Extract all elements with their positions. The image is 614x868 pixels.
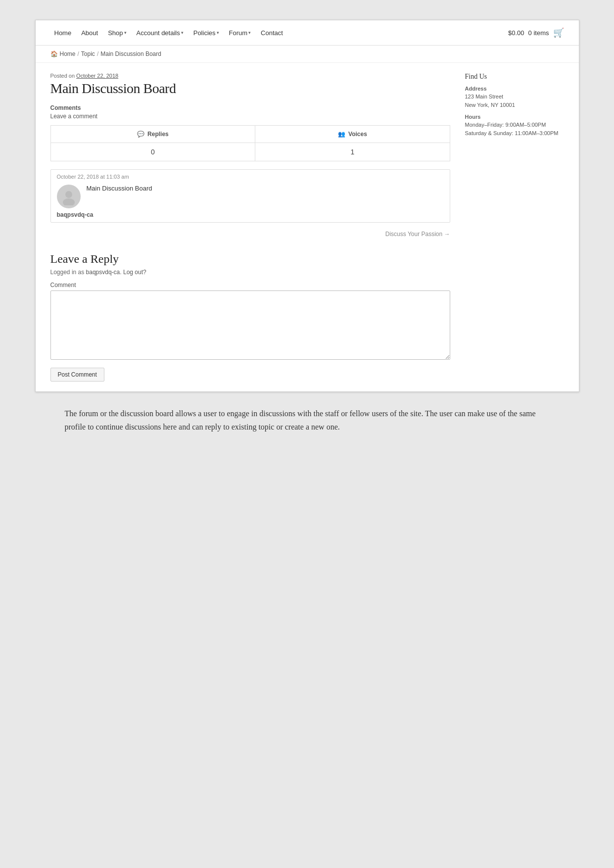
comment-field-label: Comment bbox=[50, 282, 450, 289]
cart-amount: $0.00 bbox=[508, 29, 524, 37]
cart-items-count: 0 items bbox=[528, 29, 549, 37]
post-meta: Posted on October 22, 2018 bbox=[50, 73, 450, 79]
sidebar-hours-weekday: Monday–Friday: 9:00AM–5:00PM bbox=[465, 121, 564, 129]
nav-account-dropdown[interactable]: Account details ▾ bbox=[133, 29, 188, 37]
svg-point-1 bbox=[63, 198, 75, 205]
sidebar-address: 123 Main Street New York, NY 10001 bbox=[465, 93, 564, 109]
sidebar-title: Find Us bbox=[465, 73, 564, 81]
nav-bar: Home About Shop ▾ Account details ▾ Poli… bbox=[36, 20, 579, 46]
discuss-link[interactable]: Discuss Your Passion → bbox=[50, 231, 450, 238]
nav-cart: $0.00 0 items 🛒 bbox=[508, 27, 564, 38]
sidebar-hours-label: Hours bbox=[465, 114, 564, 120]
breadcrumb-sep2: / bbox=[97, 50, 98, 57]
post-date-link[interactable]: October 22, 2018 bbox=[76, 73, 118, 79]
breadcrumb: 🏠 Home / Topic / Main Discussion Board bbox=[36, 46, 579, 63]
nav-about[interactable]: About bbox=[77, 29, 102, 37]
sidebar-address-label: Address bbox=[465, 86, 564, 92]
avatar bbox=[57, 185, 81, 208]
logout-link[interactable]: Log out? bbox=[123, 269, 146, 276]
comment-body: Main Discussion Board bbox=[57, 185, 444, 208]
breadcrumb-sep1: / bbox=[78, 50, 79, 57]
nav-shop-dropdown[interactable]: Shop ▾ bbox=[104, 29, 130, 37]
voices-label: 👥 Voices bbox=[263, 131, 441, 138]
post-meta-prefix: Posted on bbox=[50, 73, 75, 79]
nav-shop-chevron: ▾ bbox=[124, 30, 127, 35]
bottom-description: The forum or the discussion board allows… bbox=[35, 392, 579, 453]
sidebar: Find Us Address 123 Main Street New York… bbox=[465, 73, 564, 382]
nav-forum-chevron: ▾ bbox=[248, 30, 251, 35]
breadcrumb-home[interactable]: Home bbox=[60, 50, 76, 57]
commenter-name: baqpsvdq-ca bbox=[57, 211, 444, 218]
description-text: The forum or the discussion board allows… bbox=[65, 407, 550, 434]
main-layout: Posted on October 22, 2018 Main Discussi… bbox=[36, 63, 579, 391]
sidebar-address-line1: 123 Main Street bbox=[465, 93, 564, 101]
comment-text: Main Discussion Board bbox=[87, 185, 152, 192]
nav-policies-chevron: ▾ bbox=[217, 30, 219, 35]
stats-table: 💬 Replies 👥 Voices 0 1 bbox=[50, 125, 450, 161]
cart-icon[interactable]: 🛒 bbox=[553, 27, 564, 38]
nav-forum-label: Forum bbox=[229, 29, 248, 37]
comment-text-block: Main Discussion Board bbox=[87, 185, 152, 192]
main-content: Posted on October 22, 2018 Main Discussi… bbox=[50, 73, 450, 382]
replies-icon: 💬 bbox=[137, 131, 144, 138]
comment-textarea[interactable] bbox=[50, 290, 450, 360]
nav-contact[interactable]: Contact bbox=[257, 29, 287, 37]
voices-icon: 👥 bbox=[338, 131, 345, 138]
post-comment-button[interactable]: Post Comment bbox=[50, 368, 104, 382]
home-icon: 🏠 bbox=[50, 50, 58, 57]
logged-in-user-link[interactable]: baqpsvdq-ca bbox=[86, 269, 120, 276]
comment-timestamp: October 22, 2018 at 11:03 am bbox=[57, 174, 444, 180]
reply-title: Leave a Reply bbox=[50, 252, 450, 266]
breadcrumb-topic[interactable]: Topic bbox=[81, 50, 95, 57]
svg-point-0 bbox=[65, 191, 72, 198]
replies-count: 0 bbox=[50, 143, 255, 161]
leave-comment-link[interactable]: Leave a comment bbox=[50, 113, 97, 120]
comments-section: Comments Leave a comment bbox=[50, 104, 450, 120]
reply-section: Leave a Reply Logged in as baqpsvdq-ca. … bbox=[50, 247, 450, 382]
comment-entry: October 22, 2018 at 11:03 am Main Discus… bbox=[50, 169, 450, 223]
voices-count: 1 bbox=[255, 143, 450, 161]
replies-label: 💬 Replies bbox=[59, 131, 247, 138]
post-title: Main Discussion Board bbox=[50, 81, 450, 96]
nav-policies-dropdown[interactable]: Policies ▾ bbox=[189, 29, 223, 37]
logged-in-prefix: Logged in as bbox=[50, 269, 85, 276]
comments-label: Comments bbox=[50, 104, 450, 111]
logged-in-info: Logged in as baqpsvdq-ca. Log out? bbox=[50, 269, 450, 276]
nav-home[interactable]: Home bbox=[50, 29, 76, 37]
sidebar-hours: Monday–Friday: 9:00AM–5:00PM Saturday & … bbox=[465, 121, 564, 137]
breadcrumb-current: Main Discussion Board bbox=[100, 50, 161, 57]
nav-account-chevron: ▾ bbox=[181, 30, 184, 35]
nav-forum-dropdown[interactable]: Forum ▾ bbox=[225, 29, 255, 37]
nav-shop-label: Shop bbox=[108, 29, 123, 37]
nav-policies-label: Policies bbox=[193, 29, 216, 37]
sidebar-address-line2: New York, NY 10001 bbox=[465, 101, 564, 109]
nav-account-label: Account details bbox=[137, 29, 180, 37]
sidebar-hours-weekend: Saturday & Sunday: 11:00AM–3:00PM bbox=[465, 129, 564, 138]
